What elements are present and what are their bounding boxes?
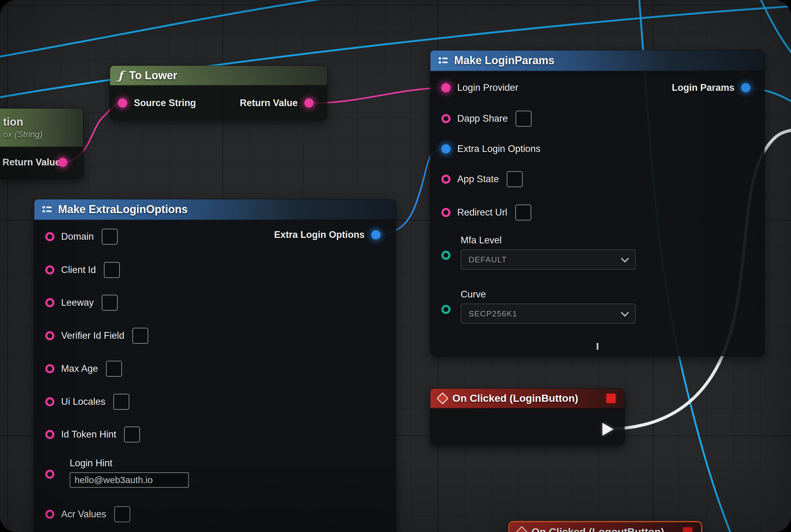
max-age-row: Max Age [45, 361, 122, 377]
ui-locales-row: Ui Locales [45, 394, 129, 410]
extra-login-options-out-label: Extra Login Options [274, 229, 365, 240]
curve-block: Curve SECP256K1 [461, 289, 636, 324]
login-hint-input[interactable] [70, 472, 189, 488]
redirect-url-pin[interactable] [441, 208, 450, 217]
login-hint-pin[interactable] [45, 470, 54, 479]
client-id-row: Client Id [45, 262, 120, 278]
node-title: On Clicked (LoginButton) [452, 392, 578, 404]
client-id-input-box[interactable] [104, 262, 120, 278]
app-state-input-box[interactable] [507, 171, 523, 187]
wire-cyan-topleft-1 [0, 0, 332, 57]
extra-login-options-row: Extra Login Options [441, 144, 540, 154]
acr-values-label: Acr Values [61, 509, 107, 520]
return-value-label: Return Value [240, 97, 298, 109]
extra-login-options-pin[interactable] [441, 144, 450, 153]
id-token-hint-row: Id Token Hint [45, 426, 140, 442]
mfa-level-dropdown[interactable]: DEFAULT [461, 249, 636, 270]
chevron-up-icon [597, 343, 598, 350]
acr-values-row: Acr Values [45, 506, 130, 522]
node-title: On Clicked (LogoutButton) [532, 526, 664, 532]
domain-row: Domain [45, 229, 118, 245]
leeway-pin[interactable] [45, 298, 54, 307]
return-value-pin[interactable] [58, 158, 67, 167]
return-value-pin[interactable] [304, 98, 314, 108]
make-struct-icon [438, 56, 449, 65]
source-string-label: Source String [134, 97, 196, 109]
login-hint-label: Login Hint [70, 458, 189, 469]
leeway-input-box[interactable] [102, 295, 118, 311]
client-id-label: Client Id [61, 264, 96, 276]
mfa-level-block: Mfa Level DEFAULT [461, 235, 636, 270]
event-icon [516, 526, 528, 532]
collapse-node-button[interactable] [597, 345, 598, 350]
redirect-url-input-box[interactable] [515, 205, 531, 221]
node-header: Make LoginParams [430, 51, 765, 71]
node-header: Make ExtraLoginOptions [34, 200, 396, 220]
id-token-hint-pin[interactable] [45, 430, 54, 439]
login-params-out-label: Login Params [672, 82, 734, 93]
id-token-hint-label: Id Token Hint [61, 429, 116, 440]
node-make-login-params[interactable]: Make LoginParams Login Params Login Prov… [430, 51, 765, 356]
redirect-url-label: Redirect Url [457, 207, 507, 218]
delegate-pin-icon[interactable] [682, 527, 693, 532]
acr-values-pin[interactable] [45, 510, 54, 519]
login-hint-block: Login Hint [70, 458, 189, 488]
app-state-pin[interactable] [441, 175, 450, 184]
leeway-row: Leeway [45, 295, 118, 311]
node-to-lower[interactable]: ƒ To Lower Source String Return Value [110, 66, 327, 120]
acr-values-input-box[interactable] [114, 506, 130, 522]
max-age-input-box[interactable] [106, 361, 122, 377]
login-provider-label: Login Provider [457, 82, 518, 93]
verifier-id-field-pin[interactable] [45, 331, 54, 340]
wire-cyan-topright [760, 0, 791, 57]
dapp-share-pin[interactable] [441, 114, 450, 123]
login-provider-pin[interactable] [441, 83, 450, 92]
dapp-share-input-box[interactable] [516, 111, 532, 127]
mfa-level-pin[interactable] [441, 251, 450, 260]
return-value-row: Return Value [240, 97, 314, 109]
app-state-label: App State [457, 174, 499, 185]
extra-login-options-out-row: Extra Login Options [274, 229, 381, 240]
domain-input-box[interactable] [102, 229, 118, 245]
node-make-extra-login-options[interactable]: Make ExtraLoginOptions Extra Login Optio… [34, 200, 396, 532]
domain-label: Domain [61, 231, 94, 242]
extra-login-options-out-pin[interactable] [371, 230, 381, 240]
exec-output-pin[interactable] [602, 423, 613, 436]
node-subtitle-fragment: ox (String) [3, 130, 42, 139]
curve-pin[interactable] [441, 305, 450, 314]
event-icon [437, 392, 449, 404]
return-value-row: Return Value [2, 157, 67, 168]
extra-login-options-label: Extra Login Options [457, 144, 540, 154]
node-header: On Clicked (LogoutButton) [509, 522, 701, 532]
leeway-label: Leeway [61, 297, 94, 308]
max-age-pin[interactable] [45, 364, 54, 373]
make-struct-icon [42, 205, 53, 214]
node-left-partial-header: tion ox (String) [0, 109, 83, 147]
delegate-pin-icon[interactable] [605, 393, 616, 404]
domain-pin[interactable] [45, 232, 54, 241]
id-token-hint-input-box[interactable] [124, 426, 140, 442]
blueprint-canvas[interactable]: tion ox (String) Return Value ƒ To Lower… [0, 0, 791, 532]
mfa-level-value: DEFAULT [468, 255, 507, 264]
node-on-clicked-logout-button[interactable]: On Clicked (LogoutButton) [509, 522, 701, 532]
node-on-clicked-login-button[interactable]: On Clicked (LoginButton) [430, 388, 624, 445]
verifier-id-field-input-box[interactable] [132, 328, 148, 344]
login-params-out-pin[interactable] [741, 83, 750, 92]
curve-dropdown[interactable]: SECP256K1 [461, 304, 636, 324]
verifier-id-field-label: Verifier Id Field [61, 330, 124, 341]
ui-locales-label: Ui Locales [61, 396, 105, 407]
wire-magenta-tolower-to-provider [309, 88, 446, 103]
redirect-url-row: Redirect Url [441, 205, 531, 221]
source-string-pin[interactable] [118, 98, 127, 108]
source-string-row: Source String [118, 97, 196, 109]
curve-label: Curve [461, 289, 636, 300]
node-left-partial[interactable]: tion ox (String) Return Value [0, 109, 83, 179]
node-title: Make LoginParams [454, 54, 555, 67]
ui-locales-pin[interactable] [45, 397, 54, 406]
ui-locales-input-box[interactable] [113, 394, 129, 410]
return-value-label: Return Value [2, 157, 51, 168]
mfa-level-label: Mfa Level [461, 235, 636, 246]
node-to-lower-header: ƒ To Lower [110, 66, 327, 86]
node-title-fragment: tion [3, 116, 23, 128]
client-id-pin[interactable] [45, 265, 54, 274]
